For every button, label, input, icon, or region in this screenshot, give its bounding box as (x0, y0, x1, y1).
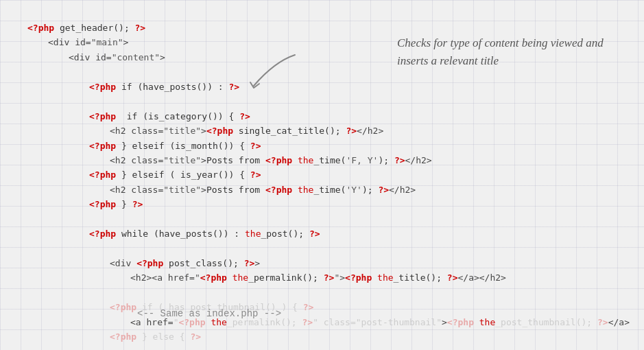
code-line-12: <h2 class="title">Posts from <?php the_t… (27, 183, 617, 197)
code-line-7: <?php if (is_category()) { ?> (27, 109, 617, 124)
blank-2 (27, 94, 617, 108)
code-line-13: <?php } ?> (27, 197, 617, 211)
html-div-open: <div id= (48, 37, 91, 47)
code-line-faded-2: <a href="<?php the_permalink(); ?>" clas… (27, 315, 617, 329)
annotation-box: Checks for type of content being viewed … (397, 34, 617, 69)
bottom-comment: <-- Same as index.php --> (137, 308, 281, 319)
code-text: get_header(); (54, 23, 134, 33)
html-div2-open: <div id= (69, 52, 112, 62)
code-line-18: <h2><a href="<?php the_permalink(); ?>">… (27, 270, 617, 285)
php-close-tag: ?> (135, 23, 146, 33)
code-line-11: <?php } elseif ( is_year()) { ?> (27, 167, 617, 182)
annotation-arrow (240, 48, 309, 96)
blank-4 (27, 242, 617, 256)
code-line-5: <?php if (have_posts()) : ?> (27, 80, 617, 94)
code-line-faded-1: <?php if ( has_post_thumbnail() ) { ?> (27, 300, 617, 314)
code-line-9: <?php } elseif (is_month()) { ?> (27, 139, 617, 153)
bottom-comment-text: <-- Same as index.php --> (137, 308, 281, 319)
blank-5 (27, 285, 617, 300)
html-attr-val2: "content" (112, 52, 160, 62)
code-line-8: <h2 class="title"><?php single_cat_title… (27, 124, 617, 138)
html-div2-close: > (160, 52, 165, 62)
code-line-17: <div <?php post_class(); ?>> (27, 256, 617, 270)
php-open-tag: <?php (27, 23, 54, 33)
code-line-1: <?php get_header(); ?> (27, 21, 617, 35)
blank-3 (27, 212, 617, 226)
main-container: <?php get_header(); ?> <div id="main"> <… (0, 0, 644, 350)
code-line-15: <?php while (have_posts()) : the_post();… (27, 226, 617, 241)
html-div-close: > (123, 37, 129, 47)
html-attr-val: "main" (91, 37, 123, 47)
code-line-faded-3: <?php } else { ?> (27, 329, 617, 344)
code-line-10: <h2 class="title">Posts from <?php the_t… (27, 153, 617, 167)
annotation-text: Checks for type of content being viewed … (397, 36, 604, 67)
